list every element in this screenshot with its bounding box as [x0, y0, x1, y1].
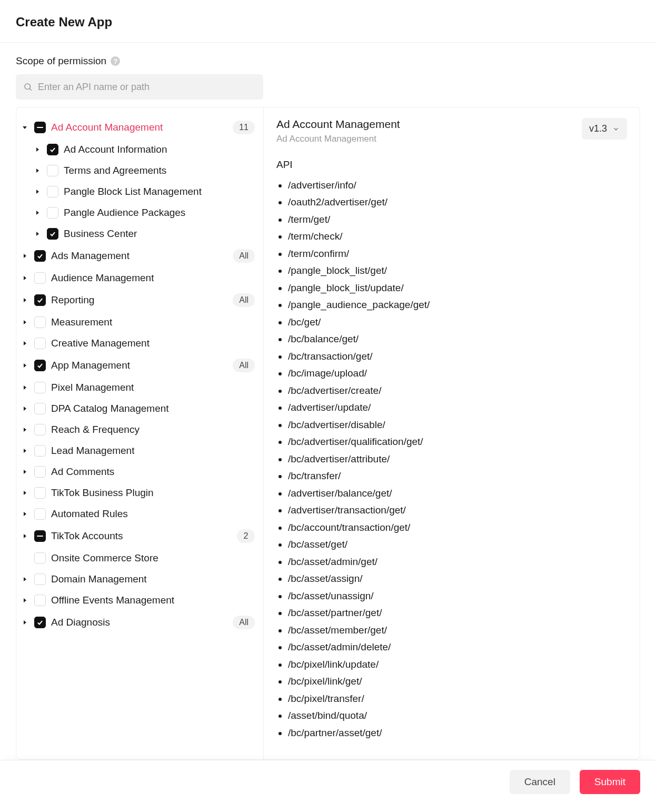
expand-caret-icon[interactable] — [21, 297, 29, 303]
checkbox-icon[interactable] — [34, 272, 46, 284]
checkbox-icon[interactable] — [34, 360, 46, 371]
api-item: /bc/advertiser/create/ — [288, 382, 627, 399]
tree-item[interactable]: Pangle Block List Management — [21, 181, 259, 202]
tree-item[interactable]: TikTok Business Plugin — [21, 482, 259, 503]
api-item: /pangle_audience_package/get/ — [288, 296, 627, 313]
checkbox-icon[interactable] — [47, 186, 58, 197]
expand-caret-icon[interactable] — [33, 210, 42, 216]
tree-item[interactable]: Audience Management — [21, 268, 259, 289]
svg-marker-22 — [24, 577, 26, 581]
expand-caret-icon[interactable] — [21, 448, 29, 454]
api-item: /bc/asset/admin/delete/ — [288, 639, 627, 656]
tree-item[interactable]: Reach & Frequency — [21, 419, 259, 440]
expand-caret-icon[interactable] — [21, 597, 29, 603]
tree-item[interactable]: Automated Rules — [21, 503, 259, 524]
checkbox-icon[interactable] — [34, 338, 46, 349]
checkbox-icon[interactable] — [34, 445, 46, 457]
count-badge: 2 — [237, 529, 255, 543]
expand-caret-icon[interactable] — [33, 189, 42, 195]
tree-item[interactable]: Ad Account Management11 — [21, 116, 259, 139]
tree-item[interactable]: TikTok Accounts2 — [21, 524, 259, 548]
checkbox-icon[interactable] — [34, 122, 46, 133]
expand-caret-icon[interactable] — [21, 490, 29, 496]
tree-item-label: Lead Management — [51, 445, 134, 457]
tree-item[interactable]: App ManagementAll — [21, 354, 259, 377]
tree-item-label: Measurement — [51, 316, 112, 328]
cancel-button[interactable]: Cancel — [510, 770, 570, 794]
expand-caret-icon[interactable] — [21, 619, 29, 626]
svg-marker-21 — [24, 534, 26, 538]
api-item: /bc/advertiser/attribute/ — [288, 451, 627, 468]
tree-item-label: Pixel Management — [51, 382, 134, 393]
expand-caret-icon[interactable] — [21, 362, 29, 369]
checkbox-icon[interactable] — [47, 228, 58, 240]
tree-item[interactable]: Creative Management — [21, 333, 259, 354]
tree-item[interactable]: ReportingAll — [21, 289, 259, 312]
expand-caret-icon[interactable] — [33, 231, 42, 237]
api-item: /bc/transaction/get/ — [288, 348, 627, 365]
help-icon[interactable]: ? — [111, 56, 120, 66]
tree-item[interactable]: Ads ManagementAll — [21, 244, 259, 268]
checkbox-icon[interactable] — [34, 573, 46, 585]
expand-caret-icon[interactable] — [21, 576, 29, 582]
checkbox-icon[interactable] — [34, 508, 46, 520]
checkbox-icon[interactable] — [47, 165, 58, 176]
expand-caret-icon[interactable] — [21, 511, 29, 517]
expand-caret-icon[interactable] — [21, 253, 29, 259]
checkbox-icon[interactable] — [34, 530, 46, 542]
expand-caret-icon[interactable] — [21, 533, 29, 539]
checkbox-icon[interactable] — [47, 144, 58, 155]
tree-item[interactable]: Onsite Commerce Store — [21, 548, 259, 569]
tree-item[interactable]: Measurement — [21, 312, 259, 333]
checkbox-icon[interactable] — [34, 294, 46, 306]
tree-item[interactable]: Domain Management — [21, 569, 259, 590]
checkbox-icon[interactable] — [47, 207, 58, 219]
tree-item-label: Pangle Block List Management — [64, 186, 202, 197]
tree-item[interactable]: Ad Comments — [21, 461, 259, 482]
checkbox-icon[interactable] — [34, 424, 46, 435]
expand-caret-icon[interactable] — [33, 146, 42, 153]
tree-item[interactable]: Ad Account Information — [21, 139, 259, 160]
expand-caret-icon[interactable] — [21, 469, 29, 475]
expand-caret-icon[interactable] — [21, 124, 29, 131]
checkbox-icon[interactable] — [34, 316, 46, 328]
checkbox-icon[interactable] — [34, 552, 46, 564]
tree-item[interactable]: Business Center — [21, 223, 259, 244]
tree-item[interactable]: Pixel Management — [21, 377, 259, 398]
tree-item-label: Audience Management — [51, 272, 154, 284]
tree-item[interactable]: Lead Management — [21, 440, 259, 461]
version-value: v1.3 — [589, 123, 607, 134]
submit-button[interactable]: Submit — [580, 770, 640, 794]
version-select[interactable]: v1.3 — [582, 118, 627, 140]
detail-pane: Ad Account Management Ad Account Managem… — [264, 107, 640, 759]
checkbox-icon[interactable] — [34, 487, 46, 499]
expand-caret-icon[interactable] — [21, 275, 29, 281]
checkbox-icon[interactable] — [34, 250, 46, 262]
expand-caret-icon[interactable] — [21, 405, 29, 412]
checkbox-icon[interactable] — [34, 382, 46, 393]
expand-caret-icon[interactable] — [21, 427, 29, 433]
expand-caret-icon[interactable] — [21, 319, 29, 325]
tree-item[interactable]: Pangle Audience Packages — [21, 202, 259, 223]
api-item: /advertiser/balance/get/ — [288, 485, 627, 502]
checkbox-icon[interactable] — [34, 617, 46, 628]
checkbox-icon[interactable] — [34, 466, 46, 478]
permission-tree[interactable]: Ad Account Management11Ad Account Inform… — [16, 107, 264, 759]
detail-title: Ad Account Management — [276, 118, 400, 131]
expand-caret-icon[interactable] — [33, 167, 42, 174]
checkbox-icon[interactable] — [34, 595, 46, 606]
checkbox-icon[interactable] — [34, 403, 46, 414]
search-input[interactable] — [33, 76, 256, 98]
tree-item[interactable]: DPA Catalog Management — [21, 398, 259, 419]
tree-item-label: Ad Account Information — [64, 144, 167, 155]
api-item: /term/check/ — [288, 228, 627, 245]
count-badge: All — [233, 249, 255, 263]
tree-item[interactable]: Terms and Agreements — [21, 160, 259, 181]
chevron-down-icon — [612, 125, 620, 133]
expand-caret-icon[interactable] — [21, 340, 29, 346]
tree-item-label: Pangle Audience Packages — [64, 207, 185, 219]
api-item: /bc/advertiser/disable/ — [288, 417, 627, 433]
tree-item[interactable]: Ad DiagnosisAll — [21, 611, 259, 634]
expand-caret-icon[interactable] — [21, 384, 29, 391]
tree-item[interactable]: Offline Events Management — [21, 590, 259, 611]
